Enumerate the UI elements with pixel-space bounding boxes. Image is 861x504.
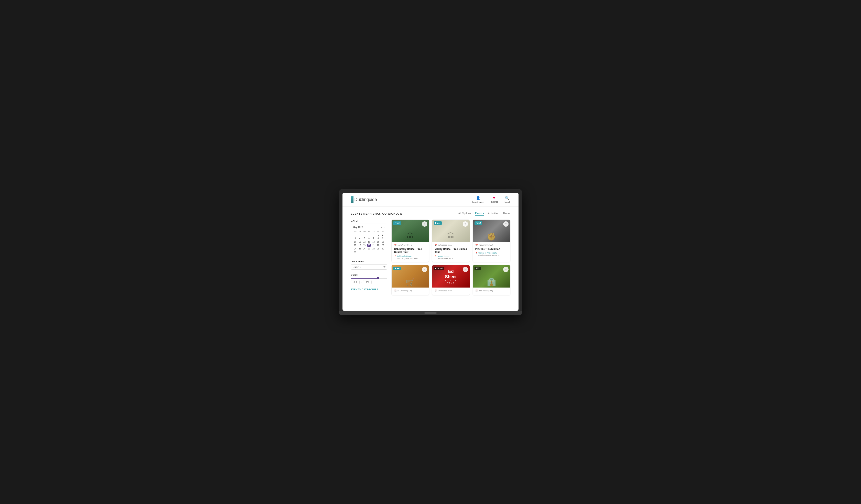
calendar-day[interactable]: 22 [376, 243, 381, 247]
calendar-day [358, 233, 362, 237]
calendar-prev[interactable]: ‹ [381, 226, 383, 229]
event-card-marlay[interactable]: Free!♥📅24/04/2022 (Sun)Marlay House - Fr… [432, 220, 469, 262]
calendar-day [362, 233, 367, 237]
event-card-cabinteely[interactable]: Free!♥📅24/04/2022 (Sun)Cabinteely House … [392, 220, 429, 262]
location-label: LOCATION: [351, 260, 387, 263]
calendar-day [358, 251, 362, 254]
calendar-day[interactable]: 8 [376, 237, 381, 240]
calendar-icon: 📅 [435, 290, 437, 292]
event-date-text-suits: 24/04/2022 (Sun) [479, 290, 493, 292]
calendar-days-header: Mo Tu We Th Fr Sa Su [353, 230, 385, 233]
calendar-day[interactable]: 3 [353, 237, 358, 240]
event-date-text-marlay: 24/04/2022 (Sun) [438, 244, 452, 246]
event-card-protest[interactable]: Free!♥📅24/04/2022 (Sun)PROTEST! Exhibiti… [473, 220, 510, 262]
calendar-day[interactable]: 20 [367, 243, 371, 247]
calendar-next[interactable]: › [383, 226, 385, 229]
calendar-day[interactable]: 16 [380, 240, 385, 243]
logo-text: Dublinguide [354, 197, 377, 202]
event-location-protest: 📍Gallery of PhotographyMeeting House Squ… [475, 252, 508, 256]
cost-min-input[interactable] [351, 280, 359, 284]
calendar-day[interactable]: 17 [353, 243, 358, 247]
page-header: EVENTS NEAR BRAY, CO WICKLOW All Options… [351, 212, 510, 216]
calendar-day[interactable]: 10 [353, 240, 358, 243]
calendar-day[interactable]: 6 [367, 237, 371, 240]
event-location-sub-protest: Meeting House Square, D2 [478, 254, 501, 257]
day-th: Th [367, 230, 371, 233]
calendar-day[interactable]: 25 [358, 247, 362, 251]
location-section: LOCATION: Dublin 1 Dublin 2 Dublin 3 Dub… [351, 260, 387, 270]
user-icon: 👤 [476, 196, 480, 200]
calendar-day [353, 233, 358, 237]
event-card-market[interactable]: Free!♥📅24/04/2022 (Sun) [392, 265, 429, 295]
cost-slider-thumb[interactable] [377, 277, 379, 279]
calendar-day[interactable]: 4 [358, 237, 362, 240]
logo-icon [351, 196, 354, 203]
laptop-frame: Dublinguide 👤 Login/Signup ♥ Favorites 🔍… [339, 189, 522, 315]
cost-slider-track[interactable] [351, 278, 387, 279]
calendar-day[interactable]: 24 [353, 247, 358, 251]
favorite-button-suits[interactable]: ♥ [503, 267, 508, 272]
calendar-day[interactable]: 14 [371, 240, 376, 243]
cost-max-input[interactable] [363, 280, 372, 284]
calendar-day [371, 251, 376, 254]
event-card-suits[interactable]: €33♥📅24/04/2022 (Sun) [473, 265, 510, 295]
calendar-day[interactable]: 5 [362, 237, 367, 240]
favorite-button-marlay[interactable]: ♥ [463, 221, 468, 227]
tab-all-options[interactable]: All Options [458, 212, 471, 216]
price-badge-cabinteely: Free! [393, 221, 401, 225]
calendar-week: 31 [353, 251, 385, 254]
favorite-button-ed-sheeran[interactable]: ♥ [463, 267, 468, 272]
event-date-text-ed-sheeran: 24/04/2022 (Sun) [438, 290, 452, 292]
favorites-nav-item[interactable]: ♥ Favorites [490, 196, 498, 203]
favorite-button-protest[interactable]: ♥ [503, 221, 508, 227]
calendar-day[interactable]: 23 [380, 243, 385, 247]
calendar-day[interactable]: 15 [376, 240, 381, 243]
calendar-day[interactable]: 26 [362, 247, 367, 251]
event-date-ed-sheeran: 📅24/04/2022 (Sun) [435, 290, 467, 292]
location-pin-icon: 📍 [394, 255, 396, 258]
calendar-day[interactable]: 28 [371, 247, 376, 251]
day-su: Su [380, 230, 385, 233]
calendar-day[interactable]: 27 [367, 247, 371, 251]
calendar-icon: 📅 [394, 244, 396, 247]
price-badge-market: Free! [393, 267, 401, 270]
event-body-marlay: 📅24/04/2022 (Sun)Marlay House - Free Gui… [432, 242, 469, 262]
cost-slider-fill [351, 278, 378, 279]
calendar-day [367, 233, 371, 237]
location-pin-icon: 📍 [475, 252, 478, 254]
calendar-day[interactable]: 18 [358, 243, 362, 247]
location-select[interactable]: Dublin 1 Dublin 2 Dublin 3 Dublin 4 Dubl… [351, 264, 387, 270]
cost-range-separator: - [361, 281, 361, 283]
calendar-day[interactable]: 1 [376, 233, 381, 237]
event-image-protest: Free!♥ [473, 220, 510, 242]
calendar-day[interactable]: 9 [380, 237, 385, 240]
calendar-day[interactable]: 30 [380, 247, 385, 251]
calendar-day[interactable]: 11 [358, 240, 362, 243]
calendar-day[interactable]: 29 [376, 247, 381, 251]
cost-label: COST: [351, 274, 387, 276]
favorite-button-cabinteely[interactable]: ♥ [422, 221, 427, 227]
tab-activities[interactable]: Activities [488, 212, 498, 216]
login-nav-item[interactable]: 👤 Login/Signup [472, 196, 484, 203]
event-location-name-marlay: Marlay House, [438, 255, 453, 257]
calendar-icon: 📅 [475, 290, 478, 292]
logo[interactable]: Dublinguide [351, 196, 377, 203]
calendar-day[interactable]: 31 [353, 251, 358, 254]
calendar-day[interactable]: 21 [371, 243, 376, 247]
calendar-month: May 2022 [353, 226, 363, 228]
event-date-market: 📅24/04/2022 (Sun) [394, 290, 426, 292]
day-fr: Fr [371, 230, 376, 233]
tab-events[interactable]: Events [475, 212, 484, 216]
search-nav-item[interactable]: 🔍 Search [504, 196, 510, 203]
calendar-day[interactable]: 13 [367, 240, 371, 243]
calendar-day[interactable]: 7 [371, 237, 376, 240]
tab-places[interactable]: Places [502, 212, 510, 216]
calendar-day[interactable]: 2 [380, 233, 385, 237]
event-title-protest: PROTEST! Exhibition [475, 248, 508, 251]
calendar-day[interactable]: 12 [362, 240, 367, 243]
calendar-day[interactable]: 19 [362, 243, 367, 247]
page-content: EVENTS NEAR BRAY, CO WICKLOW All Options… [342, 207, 519, 300]
day-mo: Mo [353, 230, 358, 233]
calendar-icon: 📅 [394, 290, 396, 292]
event-card-ed-sheeran[interactable]: EdSheer+ − = ÷ ×TOUR€70-102♥📅24/04/2022 … [432, 265, 469, 295]
